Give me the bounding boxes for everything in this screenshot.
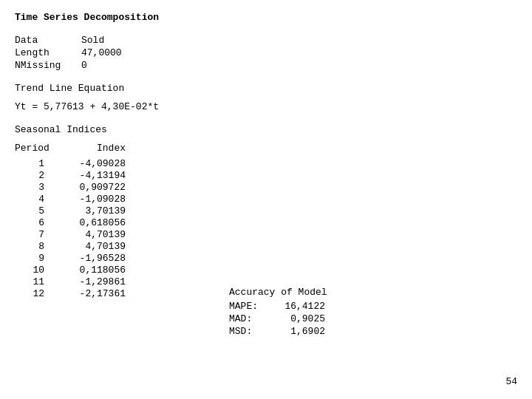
cell-index: -4,13194 bbox=[59, 170, 126, 181]
acc-label: MAPE: bbox=[229, 301, 273, 312]
acc-value: 1,6902 bbox=[273, 326, 325, 337]
cell-index: -1,96528 bbox=[59, 253, 126, 264]
cell-index: 0,618056 bbox=[59, 217, 126, 228]
col-index-header: Index bbox=[59, 143, 126, 154]
cell-period: 10 bbox=[15, 265, 59, 276]
cell-index: -1,29861 bbox=[59, 276, 126, 287]
data-row-info: Data Sold bbox=[15, 35, 517, 46]
length-value: 47,0000 bbox=[81, 47, 122, 58]
accuracy-row: MSD:1,6902 bbox=[229, 326, 327, 337]
table-row: 100,118056 bbox=[15, 265, 517, 276]
cell-period: 6 bbox=[15, 217, 59, 228]
table-row: 30,909722 bbox=[15, 182, 517, 193]
table-row: 60,618056 bbox=[15, 217, 517, 228]
cell-index: 0,118056 bbox=[59, 265, 126, 276]
length-row: Length 47,0000 bbox=[15, 47, 517, 58]
accuracy-row: MAD:0,9025 bbox=[229, 313, 327, 324]
cell-period: 3 bbox=[15, 182, 59, 193]
data-label: Data bbox=[15, 35, 81, 46]
cell-period: 7 bbox=[15, 229, 59, 240]
cell-index: -2,17361 bbox=[59, 288, 126, 299]
acc-label: MSD: bbox=[229, 326, 273, 337]
table-row: 1-4,09028 bbox=[15, 158, 517, 169]
seasonal-header: Seasonal Indices bbox=[15, 124, 517, 135]
acc-label: MAD: bbox=[229, 313, 273, 324]
info-block: Data Sold Length 47,0000 NMissing 0 bbox=[15, 35, 517, 71]
accuracy-rows-container: MAPE:16,4122MAD:0,9025MSD:1,6902 bbox=[229, 301, 327, 337]
table-header: Period Index bbox=[15, 143, 517, 154]
cell-period: 2 bbox=[15, 170, 59, 181]
cell-period: 8 bbox=[15, 241, 59, 252]
cell-period: 5 bbox=[15, 205, 59, 216]
table-row: 2-4,13194 bbox=[15, 170, 517, 181]
accuracy-row: MAPE:16,4122 bbox=[229, 301, 327, 312]
cell-index: -1,09028 bbox=[59, 194, 126, 205]
table-row: 11-1,29861 bbox=[15, 276, 517, 287]
acc-value: 16,4122 bbox=[273, 301, 325, 312]
nmissing-label: NMissing bbox=[15, 60, 81, 71]
page-number: 54 bbox=[505, 376, 517, 387]
table-row: 9-1,96528 bbox=[15, 253, 517, 264]
page-title: Time Series Decomposition bbox=[15, 12, 517, 23]
table-row: 74,70139 bbox=[15, 229, 517, 240]
table-row: 53,70139 bbox=[15, 205, 517, 216]
cell-index: 4,70139 bbox=[59, 229, 126, 240]
cell-index: 0,909722 bbox=[59, 182, 126, 193]
table-row: 84,70139 bbox=[15, 241, 517, 252]
col-period-header: Period bbox=[15, 143, 59, 154]
cell-index: 4,70139 bbox=[59, 241, 126, 252]
cell-index: 3,70139 bbox=[59, 205, 126, 216]
trend-header: Trend Line Equation bbox=[15, 83, 517, 94]
cell-period: 1 bbox=[15, 158, 59, 169]
data-value: Sold bbox=[81, 35, 104, 46]
cell-index: -4,09028 bbox=[59, 158, 126, 169]
accuracy-title: Accuracy of Model bbox=[229, 287, 327, 298]
data-rows-container: 1-4,090282-4,1319430,9097224-1,0902853,7… bbox=[15, 158, 517, 299]
accuracy-block: Accuracy of Model MAPE:16,4122MAD:0,9025… bbox=[229, 287, 327, 338]
cell-period: 12 bbox=[15, 288, 59, 299]
cell-period: 9 bbox=[15, 253, 59, 264]
table-row: 4-1,09028 bbox=[15, 194, 517, 205]
acc-value: 0,9025 bbox=[273, 313, 325, 324]
cell-period: 4 bbox=[15, 194, 59, 205]
length-label: Length bbox=[15, 47, 81, 58]
trend-equation: Yt = 5,77613 + 4,30E-02*t bbox=[15, 101, 517, 112]
cell-period: 11 bbox=[15, 276, 59, 287]
nmissing-row: NMissing 0 bbox=[15, 60, 517, 71]
nmissing-value: 0 bbox=[81, 60, 87, 71]
